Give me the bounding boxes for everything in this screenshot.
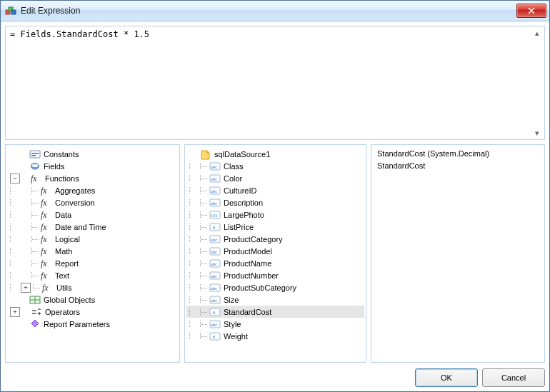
field-item[interactable]: Style bbox=[186, 318, 364, 330]
fx-icon bbox=[41, 197, 52, 208]
abc-icon bbox=[209, 233, 221, 245]
dialog-buttons: OK Cancel bbox=[5, 367, 545, 387]
field-item[interactable]: ListPrice bbox=[186, 221, 364, 233]
abc-icon bbox=[209, 246, 221, 257]
info-description: StandardCost bbox=[377, 160, 539, 172]
num-icon bbox=[209, 221, 221, 233]
collapse-icon[interactable]: − bbox=[10, 174, 20, 184]
app-icon bbox=[5, 5, 16, 16]
abc-icon bbox=[209, 197, 221, 208]
category-item[interactable]: +Operators bbox=[7, 306, 178, 318]
field-label: ProductName bbox=[224, 259, 271, 268]
abc-icon bbox=[209, 282, 221, 293]
abc-icon bbox=[209, 185, 221, 196]
field-label: ProductNumber bbox=[224, 271, 279, 280]
field-item[interactable]: ProductModel bbox=[186, 245, 364, 257]
category-item[interactable]: +Utils bbox=[7, 281, 178, 293]
category-label: Utils bbox=[56, 283, 71, 292]
browser-panes: ConstantsFields−FunctionsAggregatesConve… bbox=[5, 144, 545, 363]
category-label: Data bbox=[55, 211, 71, 219]
category-label: Report bbox=[55, 259, 79, 268]
field-item[interactable]: ProductName bbox=[186, 257, 364, 269]
datasource-item[interactable]: sqlDataSource1 bbox=[186, 148, 364, 160]
category-label: Functions bbox=[45, 174, 79, 183]
field-label: ProductSubCategory bbox=[224, 283, 296, 292]
field-item[interactable]: Weight bbox=[186, 330, 364, 342]
category-item[interactable]: Math bbox=[7, 245, 178, 257]
expand-icon[interactable]: + bbox=[21, 283, 31, 293]
category-item[interactable]: Aggregates bbox=[7, 184, 178, 196]
field-label: Color bbox=[224, 174, 242, 183]
operators-icon bbox=[31, 306, 42, 318]
category-item[interactable]: Logical bbox=[7, 233, 178, 245]
globals-icon bbox=[29, 294, 41, 306]
abc-icon bbox=[209, 318, 221, 330]
category-item[interactable]: Conversion bbox=[7, 196, 178, 208]
category-label: Aggregates bbox=[55, 186, 95, 195]
fx-icon bbox=[41, 209, 52, 221]
num-icon bbox=[209, 306, 221, 318]
field-label: Class bbox=[224, 162, 244, 171]
category-item[interactable]: Fields bbox=[7, 160, 178, 172]
expression-input[interactable] bbox=[6, 26, 544, 139]
expression-scrollbar[interactable]: ▴ ▾ bbox=[531, 28, 543, 138]
fx-icon bbox=[31, 173, 42, 184]
fields-icon bbox=[29, 161, 41, 172]
category-item[interactable]: Data bbox=[7, 208, 178, 221]
edit-expression-dialog: Edit Expression ▴ ▾ ConstantsFields−Func… bbox=[0, 0, 550, 392]
fx-icon bbox=[41, 270, 52, 281]
cancel-button[interactable]: Cancel bbox=[482, 368, 545, 387]
field-item[interactable]: StandardCost bbox=[186, 306, 364, 318]
field-label: CultureID bbox=[224, 186, 256, 195]
field-item[interactable]: ProductNumber bbox=[186, 269, 364, 281]
fx-icon bbox=[41, 185, 52, 196]
fx-icon bbox=[41, 233, 52, 245]
ok-button[interactable]: OK bbox=[415, 368, 478, 387]
field-item[interactable]: Size bbox=[186, 293, 364, 306]
fx-icon bbox=[41, 246, 52, 257]
category-item[interactable]: Global Objects bbox=[7, 293, 178, 306]
constants-icon bbox=[29, 149, 41, 160]
category-item[interactable]: Report Parameters bbox=[7, 318, 178, 330]
category-item[interactable]: Constants bbox=[7, 148, 178, 160]
category-label: Report Parameters bbox=[44, 320, 110, 328]
abc-icon bbox=[209, 294, 221, 306]
scroll-up-icon[interactable]: ▴ bbox=[535, 28, 539, 38]
field-label: Weight bbox=[224, 332, 248, 341]
expand-icon[interactable]: + bbox=[10, 307, 20, 317]
field-item[interactable]: ProductCategory bbox=[186, 233, 364, 245]
fx-icon bbox=[42, 282, 54, 293]
category-label: Operators bbox=[45, 308, 80, 316]
category-item[interactable]: −Functions bbox=[7, 172, 178, 184]
field-item[interactable]: CultureID bbox=[186, 184, 364, 196]
field-tree-pane[interactable]: sqlDataSource1ClassColorCultureIDDescrip… bbox=[184, 144, 366, 363]
titlebar[interactable]: Edit Expression bbox=[1, 1, 549, 21]
category-label: Global Objects bbox=[44, 296, 95, 304]
category-item[interactable]: Date and Time bbox=[7, 221, 178, 233]
field-item[interactable]: Description bbox=[186, 196, 364, 208]
category-label: Text bbox=[55, 271, 69, 280]
field-label: Style bbox=[224, 320, 241, 328]
window-close-button[interactable] bbox=[516, 4, 546, 18]
category-tree-pane[interactable]: ConstantsFields−FunctionsAggregatesConve… bbox=[5, 144, 180, 363]
category-label: Date and Time bbox=[55, 223, 106, 231]
field-item[interactable]: ProductSubCategory bbox=[186, 281, 364, 293]
abc-icon bbox=[209, 270, 221, 281]
category-label: Fields bbox=[44, 162, 64, 171]
field-item[interactable]: Class bbox=[186, 160, 364, 172]
category-item[interactable]: Report bbox=[7, 257, 178, 269]
field-item[interactable]: Color bbox=[186, 172, 364, 184]
field-label: ProductModel bbox=[224, 247, 272, 256]
category-label: Logical bbox=[55, 235, 80, 243]
expression-editor-wrap: ▴ ▾ bbox=[5, 26, 545, 140]
dialog-body: ▴ ▾ ConstantsFields−FunctionsAggregatesC… bbox=[1, 21, 549, 391]
abc-icon bbox=[209, 161, 221, 172]
info-pane: StandardCost (System.Decimal) StandardCo… bbox=[371, 144, 545, 363]
field-item[interactable]: LargePhoto bbox=[186, 208, 364, 221]
num-icon bbox=[209, 331, 221, 342]
abc-icon bbox=[209, 258, 221, 269]
category-label: Math bbox=[55, 247, 72, 256]
category-item[interactable]: Text bbox=[7, 269, 178, 281]
window-title: Edit Expression bbox=[21, 6, 516, 16]
scroll-down-icon[interactable]: ▾ bbox=[535, 128, 539, 138]
